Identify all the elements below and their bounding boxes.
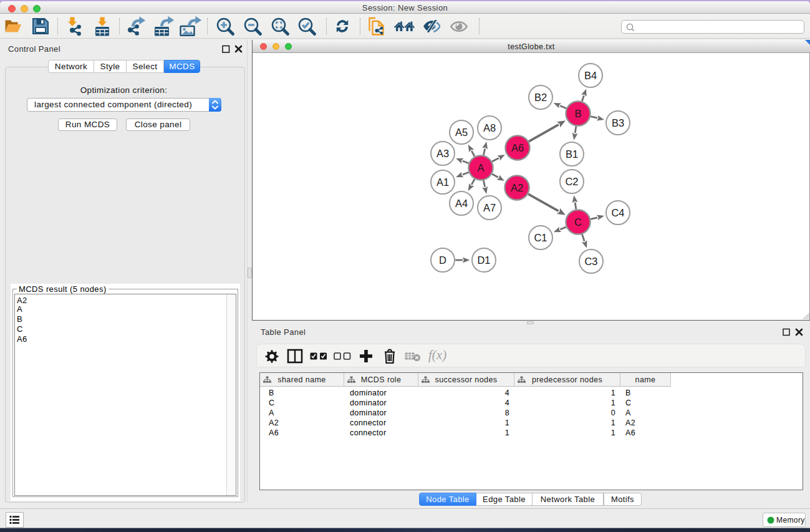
svg-text:B1: B1 — [566, 148, 578, 160]
svg-text:C3: C3 — [584, 256, 597, 267]
svg-text:B2: B2 — [534, 92, 547, 103]
svg-text:A1: A1 — [436, 177, 449, 188]
svg-text:A5: A5 — [455, 127, 468, 138]
svg-text:A8: A8 — [483, 122, 496, 133]
svg-text:B: B — [574, 108, 581, 119]
svg-text:C2: C2 — [565, 176, 578, 187]
svg-text:A4: A4 — [455, 198, 468, 209]
svg-text:A7: A7 — [483, 202, 496, 213]
svg-text:A: A — [477, 162, 484, 173]
svg-text:A2: A2 — [511, 182, 523, 193]
svg-text:C1: C1 — [534, 232, 547, 243]
svg-text:B3: B3 — [612, 117, 624, 128]
svg-text:A6: A6 — [511, 142, 524, 153]
svg-text:C: C — [574, 216, 582, 228]
svg-text:D1: D1 — [477, 254, 490, 266]
svg-text:B4: B4 — [584, 70, 597, 81]
svg-text:C4: C4 — [611, 207, 624, 218]
svg-text:D: D — [439, 254, 446, 266]
svg-text:A3: A3 — [436, 148, 449, 159]
